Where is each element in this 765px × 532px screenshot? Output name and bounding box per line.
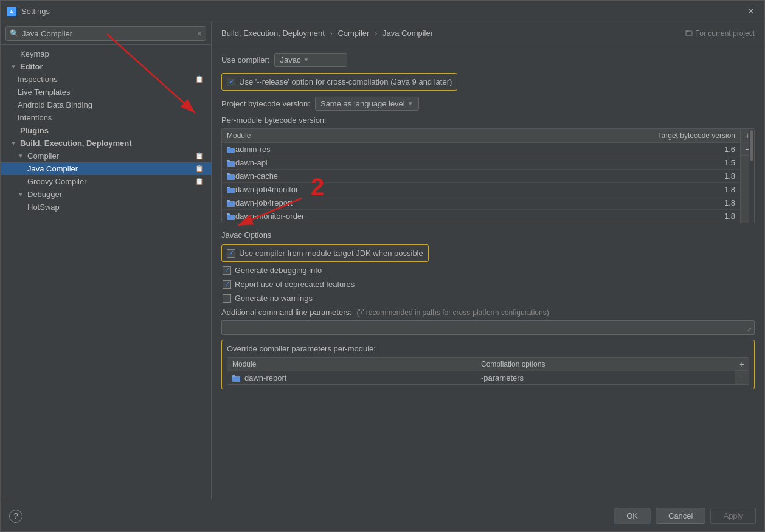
use-compiler-label: Use compiler: (221, 55, 269, 64)
table-row[interactable]: dawn-monitor-order 1.8 (222, 210, 740, 223)
compiler-select[interactable]: Javac ▼ (274, 53, 347, 67)
sidebar-item-compiler[interactable]: ▼ Compiler 📋 (1, 150, 211, 162)
folder-icon (227, 173, 235, 180)
folder-icon (227, 213, 235, 220)
use-compiler-module-label: Use compiler from module target JDK when… (239, 249, 423, 258)
release-option-checkbox[interactable] (227, 78, 235, 86)
dropdown-arrow-icon: ▼ (303, 57, 309, 63)
dialog-title: Settings (21, 7, 744, 16)
scrollbar-thumb (750, 130, 753, 161)
bytecode-version-select[interactable]: Same as language level ▼ (315, 97, 419, 111)
svg-rect-16 (232, 376, 240, 382)
vertical-scrollbar[interactable] (749, 129, 754, 223)
right-header: Build, Execution, Deployment › Compiler … (212, 22, 764, 44)
breadcrumb: Build, Execution, Deployment › Compiler … (221, 29, 433, 38)
sidebar-item-inspections[interactable]: Inspections 📋 (1, 73, 211, 86)
settings-dialog: A Settings × 🔍 × Keymap (0, 0, 765, 532)
table-row[interactable]: dawn-cache 1.8 (222, 170, 740, 183)
override-table: Module Compilation options dawn-report (227, 357, 749, 385)
sidebar-item-editor[interactable]: ▼ Editor (1, 60, 211, 73)
folder-icon (232, 375, 241, 382)
override-table-row[interactable]: dawn-report -parameters (227, 371, 735, 384)
report-deprecated-checkbox[interactable] (223, 280, 231, 289)
sidebar-item-groovy-compiler[interactable]: Groovy Compiler 📋 (1, 175, 211, 188)
use-compiler-module-checkbox[interactable] (227, 249, 235, 258)
sidebar-item-live-templates[interactable]: Live Templates (1, 86, 211, 98)
apply-button[interactable]: Apply (710, 508, 756, 524)
sidebar-item-label: Debugger (27, 190, 62, 199)
sidebar-item-keymap[interactable]: Keymap (1, 47, 211, 60)
sidebar-item-label: Compiler (27, 151, 59, 161)
ok-button[interactable]: OK (614, 508, 651, 524)
expand-icon: ▼ (10, 140, 18, 147)
cmd-params-input[interactable]: ⤢ (221, 320, 755, 335)
module-col-header: Module (227, 131, 626, 140)
sidebar-item-label: Intentions (18, 113, 52, 122)
module-name: dawn-monitor-order (235, 212, 626, 221)
override-options-value: -parameters (481, 373, 730, 382)
version-value: 1.8 (626, 212, 735, 221)
cmd-params-label: Additional command line parameters: (221, 308, 352, 317)
sidebar-item-build-execution[interactable]: ▼ Build, Execution, Deployment (1, 137, 211, 150)
svg-rect-17 (232, 375, 235, 377)
folder-icon (227, 186, 235, 193)
module-name: dawn-cache (235, 171, 626, 181)
folder-icon (227, 159, 235, 167)
version-col-header: Target bytecode version (626, 131, 735, 140)
generate-warnings-checkbox[interactable] (223, 294, 231, 303)
override-label: Override compiler parameters per-module: (227, 344, 749, 353)
bytecode-version-value: Same as language level (320, 99, 405, 108)
footer-right: OK Cancel Apply (614, 508, 756, 524)
add-override-button[interactable]: + (735, 358, 749, 371)
settings-indicator-icon: 📋 (195, 178, 204, 185)
sidebar-item-intentions[interactable]: Intentions (1, 111, 211, 124)
version-value: 1.6 (626, 145, 735, 154)
generate-debug-checkbox[interactable] (223, 266, 231, 275)
sidebar-item-debugger[interactable]: ▼ Debugger (1, 188, 211, 201)
search-box: 🔍 × (1, 22, 211, 45)
sidebar-item-label: Editor (20, 62, 43, 71)
svg-rect-6 (227, 161, 235, 167)
svg-rect-11 (227, 187, 230, 188)
sidebar-item-plugins[interactable]: Plugins (1, 124, 211, 137)
release-option-box: Use '--release' option for cross-compila… (221, 73, 457, 91)
javac-options-label: Javac Options (221, 230, 755, 240)
main-content: 🔍 × Keymap ▼ Editor Inspections (1, 22, 764, 500)
table-row[interactable]: dawn-job4report 1.8 (222, 196, 740, 210)
settings-indicator-icon: 📋 (195, 75, 204, 83)
table-row[interactable]: dawn-job4monitor 1.8 (222, 183, 740, 196)
breadcrumb-sep-1: › (330, 29, 334, 38)
override-section: Override compiler parameters per-module:… (221, 340, 755, 389)
sidebar-item-android-data-binding[interactable]: Android Data Binding (1, 98, 211, 111)
cancel-button[interactable]: Cancel (656, 508, 705, 524)
close-button[interactable]: × (744, 4, 758, 19)
breadcrumb-part-2: Compiler (338, 29, 369, 38)
remove-override-button[interactable]: − (735, 371, 749, 384)
override-module-name: dawn-report (232, 373, 481, 382)
help-button[interactable]: ? (9, 510, 22, 523)
search-clear-icon[interactable]: × (197, 29, 202, 38)
report-deprecated-row: Report use of deprecated features (223, 280, 755, 289)
override-module-col-header: Module (232, 360, 481, 368)
generate-warnings-row: Generate no warnings (223, 294, 755, 303)
report-deprecated-label: Report use of deprecated features (235, 280, 355, 289)
bytecode-version-row: Project bytecode version: Same as langua… (221, 97, 755, 111)
svg-rect-10 (227, 188, 235, 193)
settings-indicator-icon: 📋 (195, 152, 204, 160)
search-input[interactable] (22, 29, 197, 38)
module-name: dawn-api (235, 158, 626, 167)
svg-rect-14 (227, 215, 235, 220)
sidebar-item-label: Android Data Binding (18, 100, 92, 109)
sidebar-item-label: Java Compiler (27, 164, 78, 173)
svg-rect-9 (227, 173, 230, 175)
sidebar-item-hotswap[interactable]: HotSwap (1, 201, 211, 213)
expand-icon: ⤢ (747, 326, 752, 333)
table-row[interactable]: admin-res 1.6 (222, 143, 740, 156)
expand-icon: ▼ (18, 191, 25, 198)
sidebar-item-label: Keymap (20, 49, 49, 58)
svg-rect-4 (227, 148, 235, 153)
svg-rect-7 (227, 160, 230, 162)
sidebar-item-label: HotSwap (27, 202, 60, 212)
sidebar-item-java-compiler[interactable]: Java Compiler 📋 (1, 162, 211, 175)
table-row[interactable]: dawn-api 1.5 (222, 156, 740, 170)
